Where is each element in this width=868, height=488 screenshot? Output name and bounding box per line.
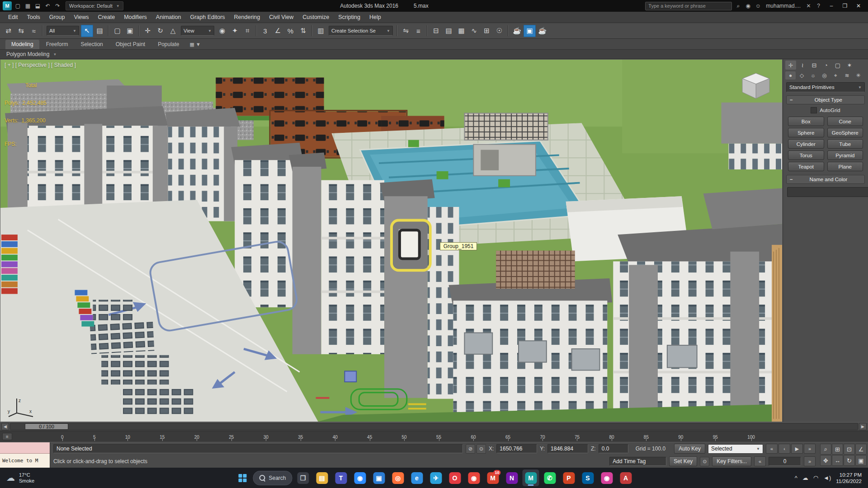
menu-group[interactable]: Group <box>45 12 70 23</box>
go-to-start-button[interactable]: « <box>766 444 778 454</box>
rectangular-selection-region-icon[interactable]: ▢ <box>111 25 123 37</box>
pan-icon[interactable]: ✥ <box>820 455 831 466</box>
hierarchy-tab-icon[interactable]: ⊟ <box>809 61 820 70</box>
menu-rendering[interactable]: Rendering <box>230 12 265 23</box>
bind-to-space-warp-icon[interactable]: ≈ <box>28 25 40 37</box>
z-coordinate-field[interactable]: 0.0 <box>599 444 628 453</box>
ribbon-config-icon[interactable]: ▦ ▼ <box>186 42 204 49</box>
workspace-dropdown[interactable]: Workspace: Default▼ <box>66 1 123 10</box>
select-object-icon[interactable]: ↖ <box>81 25 93 37</box>
gmail-icon[interactable]: M10 <box>485 469 501 486</box>
autocad-icon[interactable]: A <box>618 469 634 486</box>
modify-tab-icon[interactable]: ≀ <box>797 61 808 70</box>
systems-category-icon[interactable]: ✳ <box>853 71 863 80</box>
select-and-manipulate-icon[interactable]: ✦ <box>229 25 241 37</box>
schematic-view-icon[interactable]: ⊞ <box>481 25 493 37</box>
display-tab-icon[interactable]: ▢ <box>832 61 843 70</box>
orbit-icon[interactable]: ↻ <box>844 455 855 466</box>
name-and-color-rollout[interactable]: −Name and Color <box>786 175 865 184</box>
spinner-snap-icon[interactable]: ⇅ <box>297 25 309 37</box>
onedrive-icon[interactable]: ☁ <box>802 474 808 481</box>
toggle-layer-explorer-icon[interactable]: ▤ <box>443 25 455 37</box>
select-and-scale-icon[interactable]: △ <box>167 25 179 37</box>
menu-scripting[interactable]: Scripting <box>334 12 365 23</box>
volume-icon[interactable]: ◄) <box>823 474 831 481</box>
next-frame-arrow[interactable]: ▶ <box>859 423 867 430</box>
sign-in-icon[interactable]: ☺ <box>753 2 763 10</box>
primitive-sphere-button[interactable]: Sphere <box>788 128 824 137</box>
previous-key-button[interactable]: « <box>754 456 766 466</box>
ribbon-tab-modeling[interactable]: Modeling <box>5 40 39 49</box>
taskbar-search[interactable]: Search <box>253 471 292 485</box>
zoom-icon[interactable]: ⌕ <box>820 444 831 455</box>
auto-key-button[interactable]: Auto Key <box>674 444 705 454</box>
previous-frame-button[interactable]: ‹ <box>778 444 790 454</box>
ribbon-tab-freeform[interactable]: Freeform <box>40 40 74 49</box>
search-icon[interactable]: ⌕ <box>733 2 743 10</box>
time-slider-handle[interactable]: 0 / 100 <box>25 423 68 430</box>
viewport-label[interactable]: [ + ] [ Perspective ] [ Shaded ] <box>5 62 76 68</box>
cameras-category-icon[interactable]: ◎ <box>819 71 830 80</box>
ribbon-tab-object-paint[interactable]: Object Paint <box>110 40 151 49</box>
reference-coordinate-dropdown[interactable]: View▼ <box>181 26 214 36</box>
maximize-viewport-icon[interactable]: ▣ <box>855 455 867 466</box>
firefox-icon[interactable]: ◎ <box>390 469 406 486</box>
utilities-tab-icon[interactable]: ✶ <box>844 61 855 70</box>
select-by-name-icon[interactable]: ▤ <box>94 25 106 37</box>
ribbon-tab-populate[interactable]: Populate <box>152 40 185 49</box>
whatsapp-icon[interactable]: ✆ <box>542 469 558 486</box>
instagram-icon[interactable]: ◉ <box>599 469 615 486</box>
file-explorer-icon[interactable]: ▤ <box>314 469 330 486</box>
edge-icon[interactable]: e <box>409 469 425 486</box>
window-crossing-icon[interactable]: ▣ <box>124 25 136 37</box>
select-and-move-icon[interactable]: ✛ <box>142 25 154 37</box>
zoom-app-icon[interactable]: ◉ <box>352 469 368 486</box>
3ds-max-icon[interactable]: M <box>523 469 539 486</box>
task-view-icon[interactable]: ❒ <box>295 469 311 486</box>
isolate-selection-icon[interactable]: ⊘ <box>466 444 475 454</box>
time-slider-track[interactable]: 0 / 100 <box>10 423 858 430</box>
object-name-input[interactable] <box>787 187 868 197</box>
open-mini-curve-editor-icon[interactable]: ≡ <box>2 433 12 440</box>
view-cube[interactable] <box>738 70 774 104</box>
x-coordinate-field[interactable]: 1650.766 <box>496 444 537 453</box>
telegram-icon[interactable]: ✈ <box>428 469 444 486</box>
angle-snap-icon[interactable]: ∠ <box>272 25 284 37</box>
help-icon[interactable]: ? <box>814 2 823 10</box>
new-scene-icon[interactable]: ▢ <box>13 2 23 10</box>
lights-category-icon[interactable]: ☼ <box>808 71 818 80</box>
sketchup-icon[interactable]: S <box>580 469 596 486</box>
key-filters-button[interactable]: Key Filters... <box>712 456 751 466</box>
minimize-button[interactable]: – <box>825 1 838 11</box>
set-key-mode-icon[interactable]: ⊙ <box>700 457 709 466</box>
primitive-cone-button[interactable]: Cone <box>827 117 863 126</box>
primitive-geosphere-button[interactable]: GeoSphere <box>827 128 863 137</box>
menu-modifiers[interactable]: Modifiers <box>119 12 151 23</box>
status-selection-field[interactable]: None Selected <box>53 444 463 453</box>
weather-widget[interactable]: ☁ 17°C Smoke <box>0 468 41 488</box>
space-warps-category-icon[interactable]: ≋ <box>842 71 852 80</box>
perspective-viewport[interactable]: [ + ] [ Perspective ] [ Shaded ] Total P… <box>0 59 783 422</box>
selection-lock-icon[interactable]: ⊙ <box>476 444 486 454</box>
use-pivot-point-icon[interactable]: ◉ <box>216 25 228 37</box>
network-icon[interactable]: ◠ <box>813 474 818 481</box>
add-time-tag-field[interactable]: Add Time Tag <box>609 457 666 466</box>
track-bar[interactable]: ≡ 05101520253035404550556065707580859095… <box>0 431 868 442</box>
keyboard-shortcut-override-icon[interactable]: ⌗ <box>241 25 254 37</box>
toggle-scene-explorer-icon[interactable]: ⊟ <box>430 25 442 37</box>
set-key-button[interactable]: Set Key <box>669 456 697 466</box>
current-frame-field[interactable]: 0 <box>769 457 801 466</box>
onenote-icon[interactable]: N <box>504 469 520 486</box>
rendered-frame-window-icon[interactable]: ▣ <box>524 25 536 37</box>
unlink-selection-icon[interactable]: ⇆ <box>15 25 27 37</box>
mirror-icon[interactable]: ⇋ <box>400 25 412 37</box>
walk-through-icon[interactable]: ↔ <box>832 455 843 466</box>
autogrid-checkbox[interactable] <box>811 107 817 113</box>
field-of-view-icon[interactable]: ∠ <box>855 444 867 455</box>
photos-icon[interactable]: ▣ <box>371 469 387 486</box>
primitive-teapot-button[interactable]: Teapot <box>788 162 824 171</box>
redo-icon[interactable]: ↷ <box>53 2 62 10</box>
shapes-category-icon[interactable]: ◇ <box>797 71 807 80</box>
save-scene-icon[interactable]: ⬓ <box>33 2 42 10</box>
signed-in-user[interactable]: muhammad.... <box>766 3 801 9</box>
